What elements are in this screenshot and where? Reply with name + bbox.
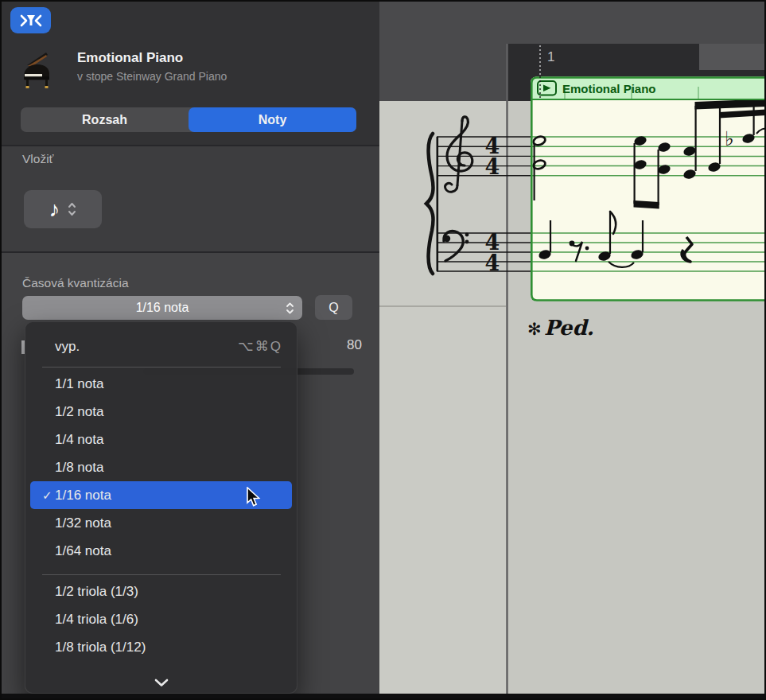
- menu-shortcut: ⌥⌘Q: [238, 338, 282, 355]
- menu-item-1-4-triola[interactable]: 1/4 triola (1/6): [25, 605, 297, 633]
- menu-separator: [42, 574, 281, 575]
- score-page-margin: [379, 101, 507, 700]
- midi-in-filter-icon: [16, 12, 46, 29]
- track-title: Emotional Piano: [77, 50, 183, 66]
- midi-region-body[interactable]: [531, 77, 766, 301]
- pedal-label: Ped.: [544, 316, 594, 340]
- quantize-apply-button[interactable]: Q: [315, 295, 352, 320]
- tab-noty[interactable]: Noty: [189, 107, 356, 132]
- menu-item-1-8-triola[interactable]: 1/8 triola (1/12): [25, 633, 297, 661]
- insert-section-label: Vložiť: [22, 152, 53, 166]
- svg-text:4: 4: [485, 251, 500, 275]
- stepper-chevrons-icon: [68, 201, 76, 217]
- mouse-cursor: [245, 487, 262, 508]
- region-name-label: Emotional Piano: [562, 82, 656, 95]
- ruler-bar-number: 1: [547, 49, 554, 64]
- pedal-asterisk: ✻: [527, 320, 542, 339]
- menu-item-1-2-nota[interactable]: 1/2 nota: [25, 398, 297, 426]
- midi-in-filter-button[interactable]: [10, 7, 51, 33]
- quantize-section-label: Časová kvantizácia: [22, 276, 129, 290]
- svg-text:4: 4: [485, 154, 500, 179]
- track-subtitle: v stope Steinway Grand Piano: [77, 70, 227, 83]
- menu-item-1-8-nota[interactable]: 1/8 nota: [25, 453, 297, 481]
- menu-item-1-64-nota[interactable]: 1/64 nota: [25, 537, 297, 565]
- menu-item-1-4-nota[interactable]: 1/4 nota: [25, 426, 297, 453]
- velocity-value: 80: [322, 337, 362, 353]
- menu-item-vyp[interactable]: vyp. ⌥⌘Q: [25, 332, 297, 360]
- checkmark-icon: ✓: [42, 488, 52, 503]
- menu-separator: [42, 367, 281, 368]
- menu-scroll-more[interactable]: [25, 672, 297, 693]
- menu-item-1-2-triola[interactable]: 1/2 triola (1/3): [25, 578, 297, 605]
- dropdown-chevrons-icon: [286, 301, 294, 315]
- menu-item-1-32-nota[interactable]: 1/32 nota: [25, 509, 297, 537]
- inspector-tab-bar: Rozsah Noty: [21, 107, 356, 132]
- window-bottom-edge: [0, 694, 766, 700]
- menu-item-1-1-nota[interactable]: 1/1 nota: [25, 370, 297, 398]
- score-area: 1: [379, 0, 766, 700]
- app-window: 1: [0, 0, 766, 700]
- time-quantize-dropdown[interactable]: 1/16 nota: [22, 296, 302, 320]
- chevron-down-icon: [154, 678, 169, 687]
- insert-note-value-button[interactable]: ♪: [24, 190, 102, 228]
- grand-piano-icon: [17, 48, 54, 89]
- flat-accidental: ♭: [725, 127, 734, 150]
- eighth-note-icon: ♪: [49, 199, 60, 220]
- pedal-mark[interactable]: ✻ Ped.: [527, 316, 594, 340]
- tab-rozsah[interactable]: Rozsah: [21, 107, 189, 132]
- time-quantize-value: 1/16 nota: [136, 301, 189, 315]
- ruler-highlight-block: [699, 44, 766, 70]
